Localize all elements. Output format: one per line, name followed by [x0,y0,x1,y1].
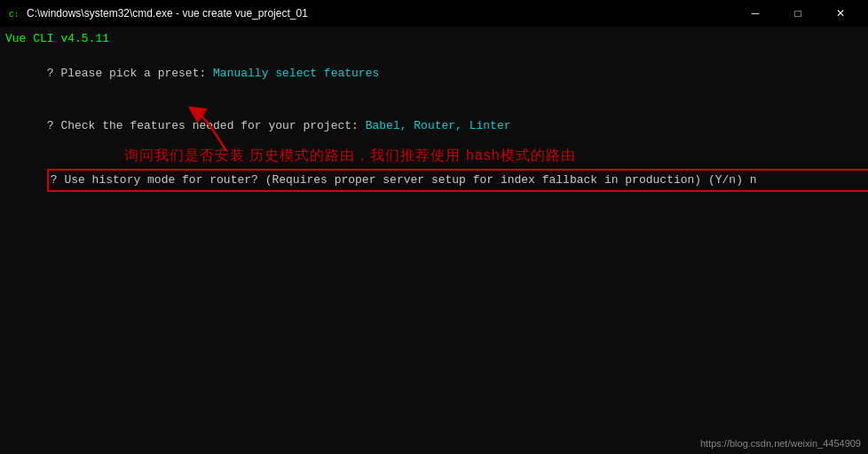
line-vue-version: Vue CLI v4.5.11 [5,30,863,48]
title-bar-left: C: C:\windows\system32\cmd.exe - vue cre… [7,6,308,20]
line-pick-preset-value: Manually select features [213,67,379,80]
cmd-window: C: C:\windows\system32\cmd.exe - vue cre… [0,0,868,454]
line-check-features: ? Check the features needed for your pro… [5,100,863,152]
window-controls: ─ □ ✕ [735,0,861,27]
maximize-button[interactable]: □ [777,0,818,27]
line-use-history: ? Use history mode for router? (Requires… [47,169,868,192]
watermark: https://blog.csdn.net/weixin_4454909 [700,438,861,449]
svg-text:C:: C: [9,10,20,20]
minimize-button[interactable]: ─ [735,0,776,27]
close-button[interactable]: ✕ [820,0,861,27]
line-check-features-value: Babel, Router, Linter [366,119,511,132]
window-title: C:\windows\system32\cmd.exe - vue create… [27,7,308,20]
line-pick-preset: ? Please pick a preset: Manually select … [5,48,863,100]
terminal-body: Vue CLI v4.5.11 ? Please pick a preset: … [0,27,868,454]
annotation-text: 询问我们是否安装 历史模式的路由，我们推荐使用 hash模式的路由 [124,147,576,165]
cmd-icon: C: [7,6,21,20]
line-pick-preset-label: ? Please pick a preset: [47,67,213,80]
title-bar: C: C:\windows\system32\cmd.exe - vue cre… [0,0,868,27]
